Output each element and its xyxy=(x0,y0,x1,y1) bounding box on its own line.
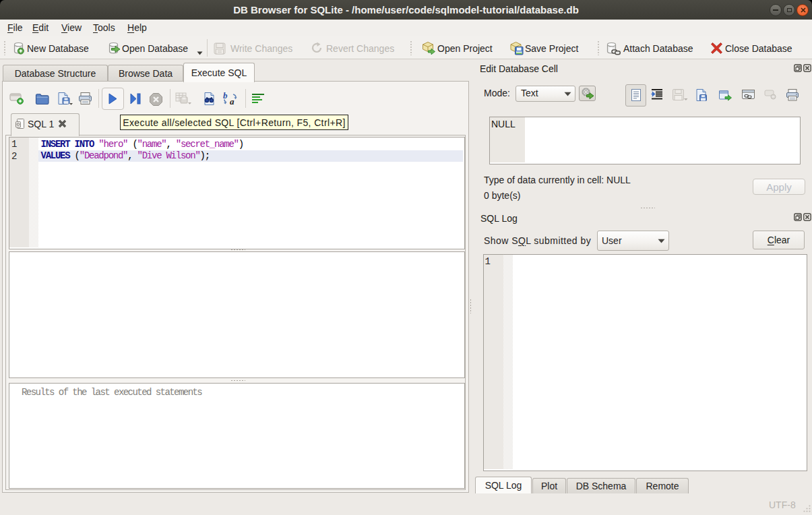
svg-text:b: b xyxy=(223,92,228,100)
svg-text:a: a xyxy=(230,96,235,106)
